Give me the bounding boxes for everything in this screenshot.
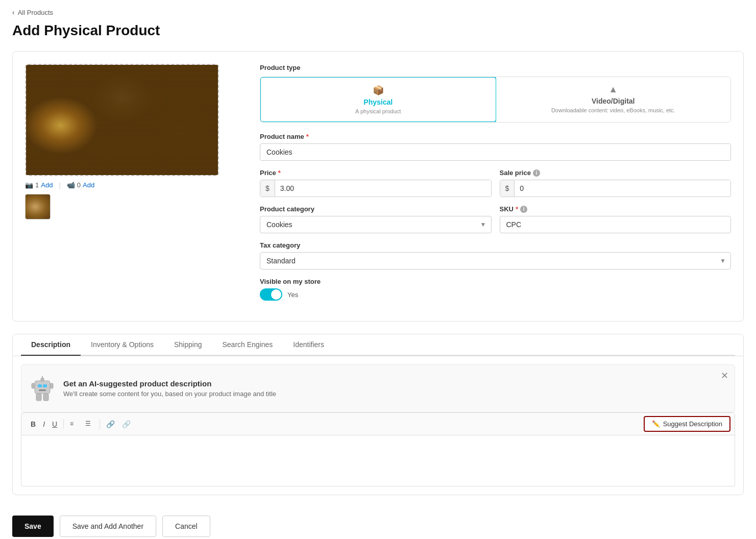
ai-text: Get an AI-suggested product description … <box>63 379 276 398</box>
sku-group: SKU * i <box>500 205 731 233</box>
tab-seo[interactable]: Search Engines <box>212 334 283 356</box>
main-image <box>25 64 219 176</box>
digital-type-desc: Downloadable content: video, eBooks, mus… <box>551 107 675 113</box>
svg-text:☰: ☰ <box>85 420 91 427</box>
sale-price-input-wrapper: $ <box>500 180 731 197</box>
footer-actions: Save Save and Add Another Cancel <box>12 507 744 539</box>
toolbar-sep-1 <box>63 419 64 429</box>
svg-rect-2 <box>43 384 47 387</box>
tab-shipping[interactable]: Shipping <box>164 334 212 356</box>
physical-type-name: Physical <box>363 98 393 106</box>
svg-rect-7 <box>50 383 53 388</box>
price-label: Price * <box>260 169 492 177</box>
svg-rect-6 <box>32 383 35 388</box>
image-area: 📷 1 Add | 📹 0 Add <box>25 64 239 309</box>
tab-description[interactable]: Description <box>21 334 81 356</box>
product-type-physical[interactable]: 📦 Physical A physical product <box>260 77 497 122</box>
tax-select[interactable]: Standard Reduced Exempt <box>260 252 731 270</box>
tabs-card: Description Inventory & Options Shipping… <box>12 334 744 495</box>
product-name-row: Product name * <box>260 133 731 161</box>
photo-count-item: 📷 1 Add <box>25 181 53 189</box>
svg-text:≡: ≡ <box>70 420 74 427</box>
svg-rect-9 <box>43 394 48 401</box>
photo-count: 1 <box>35 181 39 189</box>
sale-price-label: Sale price i <box>500 169 731 177</box>
tabs-row: Description Inventory & Options Shipping… <box>21 334 735 356</box>
sale-price-symbol: $ <box>500 180 515 197</box>
visible-toggle[interactable] <box>260 288 282 301</box>
cancel-button[interactable]: Cancel <box>162 516 210 537</box>
digital-type-name: Video/Digital <box>592 97 635 105</box>
unlink-button[interactable]: 🔗 <box>119 418 134 430</box>
sku-info-icon[interactable]: i <box>520 206 527 213</box>
add-photo-link[interactable]: Add <box>41 181 53 189</box>
ol-icon: ≡ <box>70 419 78 427</box>
ordered-list-button[interactable]: ≡ <box>67 417 81 431</box>
save-button[interactable]: Save <box>12 516 54 537</box>
editor-content-area[interactable] <box>21 435 735 486</box>
ai-banner-description: We'll create some content for you, based… <box>63 390 276 398</box>
thumbnail-image-0 <box>26 194 50 219</box>
camera-icon: 📷 <box>25 181 33 189</box>
category-label: Product category <box>260 205 492 213</box>
sku-input[interactable] <box>500 216 731 233</box>
toggle-slider <box>260 288 282 301</box>
physical-type-desc: A physical product <box>355 108 401 114</box>
category-select[interactable]: Cookies Bakery Snacks <box>260 216 492 233</box>
digital-icon: ▲ <box>608 84 618 95</box>
sku-label: SKU * i <box>500 205 731 213</box>
back-link[interactable]: ‹ All Products <box>12 8 744 16</box>
sku-required: * <box>516 205 518 213</box>
svg-rect-5 <box>42 376 43 379</box>
thumbnail-0[interactable] <box>25 194 51 219</box>
product-name-group: Product name * <box>260 133 731 161</box>
sale-price-input[interactable] <box>515 180 730 197</box>
media-counts: 📷 1 Add | 📹 0 Add <box>25 181 239 189</box>
link-button[interactable]: 🔗 <box>103 418 118 430</box>
product-type-digital[interactable]: ▲ Video/Digital Downloadable content: vi… <box>496 77 731 122</box>
tax-label: Tax category <box>260 241 731 249</box>
tab-identifiers[interactable]: Identifiers <box>283 334 334 356</box>
tax-group: Tax category Standard Reduced Exempt ▼ <box>260 241 731 270</box>
toolbar-sep-2 <box>100 419 100 429</box>
suggest-description-button[interactable]: ✏️ Suggest Description <box>644 416 730 432</box>
bold-button[interactable]: B <box>28 418 39 430</box>
visible-row: Visible on my store Yes <box>260 278 731 301</box>
top-section: 📷 1 Add | 📹 0 Add <box>25 64 731 309</box>
back-chevron-icon: ‹ <box>12 8 15 16</box>
underline-button[interactable]: U <box>49 418 60 430</box>
category-select-wrapper: Cookies Bakery Snacks ▼ <box>260 216 492 233</box>
physical-icon: 📦 <box>373 85 384 96</box>
suggest-label: Suggest Description <box>663 420 722 428</box>
product-type-label: Product type <box>260 64 731 71</box>
price-input[interactable] <box>275 180 491 197</box>
product-name-label: Product name * <box>260 133 731 140</box>
tax-select-wrapper: Standard Reduced Exempt ▼ <box>260 252 731 270</box>
price-group: Price * $ <box>260 169 492 197</box>
sale-price-info-icon[interactable]: i <box>533 169 540 177</box>
close-ai-banner-button[interactable]: ✕ <box>721 371 728 380</box>
product-type-options: 📦 Physical A physical product ▲ Video/Di… <box>260 77 731 122</box>
tab-inventory[interactable]: Inventory & Options <box>81 334 164 356</box>
add-video-link[interactable]: Add <box>83 181 94 189</box>
ul-icon: ☰ <box>85 419 93 427</box>
video-icon: 📹 <box>67 181 75 189</box>
ai-robot-icon <box>30 373 55 404</box>
visible-yes-label: Yes <box>287 291 298 299</box>
sale-price-group: Sale price i $ <box>500 169 731 197</box>
robot-svg <box>30 373 55 404</box>
product-name-input[interactable] <box>260 143 731 161</box>
price-row: Price * $ Sale price i <box>260 169 731 197</box>
visible-label: Visible on my store <box>260 278 731 285</box>
main-card: 📷 1 Add | 📹 0 Add <box>12 51 744 322</box>
category-group: Product category Cookies Bakery Snacks ▼ <box>260 205 492 233</box>
italic-button[interactable]: I <box>40 418 48 430</box>
editor-wrapper: B I U ≡ ☰ 🔗 🔗 <box>21 412 735 486</box>
tab-content-description: Get an AI-suggested product description … <box>13 356 743 495</box>
ai-banner: Get an AI-suggested product description … <box>21 364 735 412</box>
video-count-item: 📹 0 Add <box>67 181 94 189</box>
save-add-another-button[interactable]: Save and Add Another <box>60 516 156 537</box>
unordered-list-button[interactable]: ☰ <box>82 417 96 431</box>
video-count: 0 <box>77 181 81 189</box>
category-sku-row: Product category Cookies Bakery Snacks ▼ <box>260 205 731 233</box>
